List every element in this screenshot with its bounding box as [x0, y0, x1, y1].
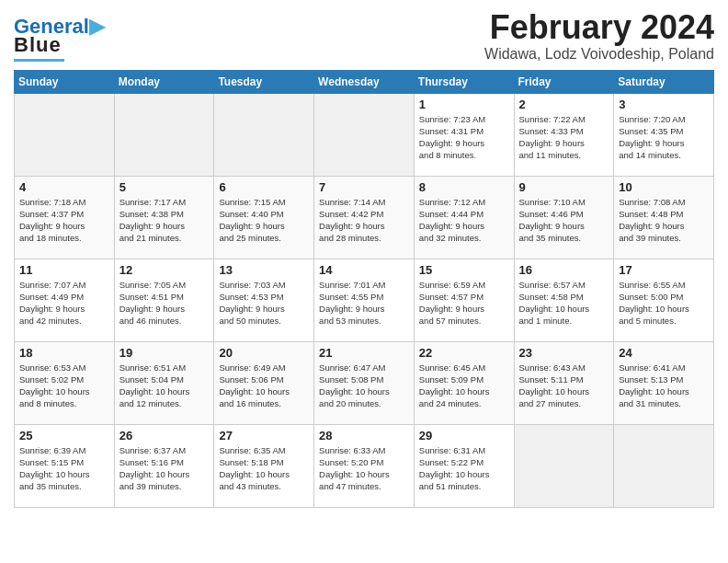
- day-info: Sunrise: 6:43 AM Sunset: 5:11 PM Dayligh…: [519, 362, 590, 409]
- day-number: 2: [519, 98, 610, 111]
- day-number: 20: [219, 346, 310, 360]
- day-info: Sunrise: 7:12 AM Sunset: 4:44 PM Dayligh…: [419, 197, 485, 244]
- calendar-cell: 28Sunrise: 6:33 AM Sunset: 5:20 PM Dayli…: [314, 424, 415, 507]
- calendar-cell: 18Sunrise: 6:53 AM Sunset: 5:02 PM Dayli…: [15, 341, 115, 424]
- calendar-cell: [514, 424, 614, 507]
- calendar-cell: 15Sunrise: 6:59 AM Sunset: 4:57 PM Dayli…: [414, 259, 514, 341]
- day-number: 3: [619, 98, 710, 111]
- day-info: Sunrise: 6:49 AM Sunset: 5:06 PM Dayligh…: [219, 362, 290, 409]
- weekday-header-monday: Monday: [114, 70, 214, 93]
- week-row-1: 1Sunrise: 7:23 AM Sunset: 4:31 PM Daylig…: [15, 93, 714, 176]
- week-row-4: 18Sunrise: 6:53 AM Sunset: 5:02 PM Dayli…: [15, 341, 714, 424]
- calendar-cell: [214, 93, 314, 176]
- calendar-cell: 1Sunrise: 7:23 AM Sunset: 4:31 PM Daylig…: [414, 93, 514, 176]
- day-info: Sunrise: 6:45 AM Sunset: 5:09 PM Dayligh…: [419, 362, 490, 409]
- day-number: 17: [619, 263, 710, 277]
- day-info: Sunrise: 6:31 AM Sunset: 5:22 PM Dayligh…: [419, 445, 490, 492]
- day-info: Sunrise: 6:59 AM Sunset: 4:57 PM Dayligh…: [419, 280, 485, 327]
- day-info: Sunrise: 7:10 AM Sunset: 4:46 PM Dayligh…: [519, 197, 586, 244]
- day-number: 5: [119, 180, 210, 194]
- weekday-header-saturday: Saturday: [614, 70, 714, 93]
- day-info: Sunrise: 7:15 AM Sunset: 4:40 PM Dayligh…: [219, 197, 285, 244]
- week-row-3: 11Sunrise: 7:07 AM Sunset: 4:49 PM Dayli…: [15, 259, 714, 341]
- calendar-cell: 20Sunrise: 6:49 AM Sunset: 5:06 PM Dayli…: [214, 341, 314, 424]
- weekday-header-row: SundayMondayTuesdayWednesdayThursdayFrid…: [15, 70, 714, 93]
- calendar-cell: 26Sunrise: 6:37 AM Sunset: 5:16 PM Dayli…: [114, 424, 214, 507]
- calendar-cell: 4Sunrise: 7:18 AM Sunset: 4:37 PM Daylig…: [15, 176, 115, 259]
- day-number: 15: [419, 263, 510, 277]
- day-info: Sunrise: 6:33 AM Sunset: 5:20 PM Dayligh…: [319, 445, 390, 492]
- day-info: Sunrise: 6:35 AM Sunset: 5:18 PM Dayligh…: [219, 445, 290, 492]
- day-info: Sunrise: 6:53 AM Sunset: 5:02 PM Dayligh…: [19, 362, 90, 409]
- weekday-header-tuesday: Tuesday: [214, 70, 314, 93]
- day-number: 4: [19, 180, 110, 194]
- calendar-cell: 9Sunrise: 7:10 AM Sunset: 4:46 PM Daylig…: [514, 176, 614, 259]
- day-number: 16: [519, 263, 610, 277]
- day-number: 22: [419, 346, 510, 360]
- day-info: Sunrise: 7:18 AM Sunset: 4:37 PM Dayligh…: [19, 197, 85, 244]
- day-info: Sunrise: 7:07 AM Sunset: 4:49 PM Dayligh…: [19, 280, 85, 327]
- calendar-table: SundayMondayTuesdayWednesdayThursdayFrid…: [14, 70, 714, 508]
- logo-blue-text: Blue: [14, 33, 62, 57]
- day-info: Sunrise: 7:20 AM Sunset: 4:35 PM Dayligh…: [619, 114, 685, 161]
- day-info: Sunrise: 6:57 AM Sunset: 4:58 PM Dayligh…: [519, 280, 590, 327]
- day-number: 18: [19, 346, 110, 360]
- weekday-header-friday: Friday: [514, 70, 614, 93]
- day-info: Sunrise: 6:51 AM Sunset: 5:04 PM Dayligh…: [119, 362, 190, 409]
- calendar-cell: 14Sunrise: 7:01 AM Sunset: 4:55 PM Dayli…: [314, 259, 415, 341]
- day-info: Sunrise: 7:08 AM Sunset: 4:48 PM Dayligh…: [619, 197, 685, 244]
- day-number: 21: [319, 346, 410, 360]
- day-number: 26: [119, 429, 210, 442]
- calendar-cell: 12Sunrise: 7:05 AM Sunset: 4:51 PM Dayli…: [114, 259, 214, 341]
- calendar-cell: 13Sunrise: 7:03 AM Sunset: 4:53 PM Dayli…: [214, 259, 314, 341]
- calendar-cell: 6Sunrise: 7:15 AM Sunset: 4:40 PM Daylig…: [214, 176, 314, 259]
- calendar-cell: 19Sunrise: 6:51 AM Sunset: 5:04 PM Dayli…: [114, 341, 214, 424]
- day-number: 12: [119, 263, 210, 277]
- calendar-cell: 27Sunrise: 6:35 AM Sunset: 5:18 PM Dayli…: [214, 424, 314, 507]
- day-number: 6: [219, 180, 310, 194]
- page-title: February 2024: [484, 9, 714, 46]
- day-info: Sunrise: 6:39 AM Sunset: 5:15 PM Dayligh…: [19, 445, 90, 492]
- day-info: Sunrise: 6:37 AM Sunset: 5:16 PM Dayligh…: [119, 445, 190, 492]
- calendar-cell: 16Sunrise: 6:57 AM Sunset: 4:58 PM Dayli…: [514, 259, 614, 341]
- calendar-cell: 25Sunrise: 6:39 AM Sunset: 5:15 PM Dayli…: [15, 424, 115, 507]
- weekday-header-thursday: Thursday: [414, 70, 514, 93]
- day-number: 13: [219, 263, 310, 277]
- calendar-cell: 17Sunrise: 6:55 AM Sunset: 5:00 PM Dayli…: [614, 259, 714, 341]
- logo: General▶ Blue: [14, 17, 105, 62]
- day-info: Sunrise: 7:22 AM Sunset: 4:33 PM Dayligh…: [519, 114, 586, 161]
- day-info: Sunrise: 6:41 AM Sunset: 5:13 PM Dayligh…: [619, 362, 689, 409]
- week-row-5: 25Sunrise: 6:39 AM Sunset: 5:15 PM Dayli…: [15, 424, 714, 507]
- page-subtitle: Widawa, Lodz Voivodeship, Poland: [484, 46, 714, 63]
- calendar-cell: 11Sunrise: 7:07 AM Sunset: 4:49 PM Dayli…: [15, 259, 115, 341]
- day-number: 9: [519, 180, 610, 194]
- weekday-header-wednesday: Wednesday: [314, 70, 415, 93]
- logo-underline: [14, 59, 64, 62]
- calendar-cell: 5Sunrise: 7:17 AM Sunset: 4:38 PM Daylig…: [114, 176, 214, 259]
- calendar-cell: 8Sunrise: 7:12 AM Sunset: 4:44 PM Daylig…: [414, 176, 514, 259]
- calendar-cell: 7Sunrise: 7:14 AM Sunset: 4:42 PM Daylig…: [314, 176, 415, 259]
- day-number: 27: [219, 429, 310, 442]
- title-block: February 2024 Widawa, Lodz Voivodeship, …: [484, 9, 714, 63]
- calendar-cell: [614, 424, 714, 507]
- weekday-header-sunday: Sunday: [15, 70, 115, 93]
- week-row-2: 4Sunrise: 7:18 AM Sunset: 4:37 PM Daylig…: [15, 176, 714, 259]
- day-info: Sunrise: 6:55 AM Sunset: 5:00 PM Dayligh…: [619, 280, 689, 327]
- day-info: Sunrise: 7:23 AM Sunset: 4:31 PM Dayligh…: [419, 114, 485, 161]
- day-info: Sunrise: 7:14 AM Sunset: 4:42 PM Dayligh…: [319, 197, 385, 244]
- day-number: 11: [19, 263, 110, 277]
- day-info: Sunrise: 6:47 AM Sunset: 5:08 PM Dayligh…: [319, 362, 390, 409]
- calendar-cell: 21Sunrise: 6:47 AM Sunset: 5:08 PM Dayli…: [314, 341, 415, 424]
- day-number: 14: [319, 263, 410, 277]
- day-number: 19: [119, 346, 210, 360]
- calendar-cell: 22Sunrise: 6:45 AM Sunset: 5:09 PM Dayli…: [414, 341, 514, 424]
- calendar-cell: 23Sunrise: 6:43 AM Sunset: 5:11 PM Dayli…: [514, 341, 614, 424]
- calendar-cell: 3Sunrise: 7:20 AM Sunset: 4:35 PM Daylig…: [614, 93, 714, 176]
- calendar-cell: [114, 93, 214, 176]
- page-header: General▶ Blue February 2024 Widawa, Lodz…: [14, 9, 714, 63]
- calendar-cell: [314, 93, 415, 176]
- day-number: 24: [619, 346, 710, 360]
- day-number: 7: [319, 180, 410, 194]
- day-number: 29: [419, 429, 510, 442]
- calendar-cell: 10Sunrise: 7:08 AM Sunset: 4:48 PM Dayli…: [614, 176, 714, 259]
